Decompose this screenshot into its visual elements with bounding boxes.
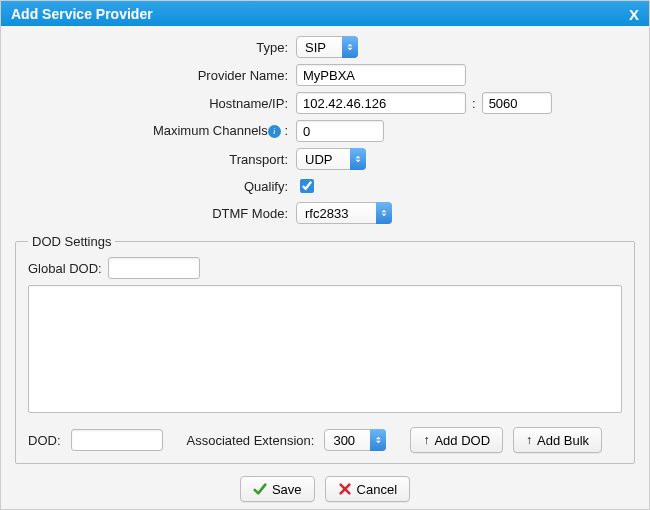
port-input[interactable] [482, 92, 552, 114]
up-arrow-icon: ↑ [423, 434, 429, 446]
max-channels-label-text: Maximum Channels [153, 123, 268, 138]
dod-label: DOD: [28, 433, 61, 448]
cancel-button[interactable]: Cancel [325, 476, 410, 502]
dialog-footer: Save Cancel [15, 464, 635, 510]
row-dod-bottom: DOD: Associated Extension: 300 ↑Add DOD … [28, 427, 622, 453]
add-dod-label: Add DOD [434, 433, 490, 448]
transport-select[interactable]: UDP [296, 148, 366, 170]
transport-select-wrap: UDP [296, 148, 366, 170]
dtmf-select[interactable]: rfc2833 [296, 202, 392, 224]
max-channels-label: Maximum Channelsi : [15, 123, 290, 138]
close-button[interactable]: X [629, 7, 639, 22]
provider-name-input[interactable] [296, 64, 466, 86]
assoc-ext-select-wrap: 300 [324, 429, 386, 451]
save-label: Save [272, 482, 302, 497]
type-label: Type: [15, 40, 290, 55]
row-dtmf: DTMF Mode: rfc2833 [15, 202, 635, 224]
row-global-dod: Global DOD: [28, 257, 622, 279]
hostname-label: Hostname/IP: [15, 96, 290, 111]
cancel-label: Cancel [357, 482, 397, 497]
dialog-title: Add Service Provider [11, 6, 153, 22]
row-max-channels: Maximum Channelsi : [15, 120, 635, 142]
qualify-label: Qualify: [15, 179, 290, 194]
add-bulk-button[interactable]: ↑Add Bulk [513, 427, 602, 453]
add-service-provider-dialog: Add Service Provider X Type: SIP Provide… [0, 0, 650, 510]
global-dod-input[interactable] [108, 257, 200, 279]
dialog-body: Type: SIP Provider Name: Hostname/IP: : [1, 26, 649, 510]
provider-name-label: Provider Name: [15, 68, 290, 83]
hostname-input[interactable] [296, 92, 466, 114]
dtmf-label: DTMF Mode: [15, 206, 290, 221]
add-dod-button[interactable]: ↑Add DOD [410, 427, 503, 453]
dtmf-select-wrap: rfc2833 [296, 202, 392, 224]
transport-label: Transport: [15, 152, 290, 167]
form-rows: Type: SIP Provider Name: Hostname/IP: : [15, 36, 635, 224]
max-channels-colon: : [284, 123, 288, 138]
dod-legend: DOD Settings [28, 234, 115, 249]
info-icon[interactable]: i [268, 125, 281, 138]
qualify-checkbox[interactable] [300, 179, 314, 193]
dod-input[interactable] [71, 429, 163, 451]
type-select-wrap: SIP [296, 36, 358, 58]
row-provider-name: Provider Name: [15, 64, 635, 86]
row-hostname: Hostname/IP: : [15, 92, 635, 114]
add-bulk-label: Add Bulk [537, 433, 589, 448]
row-type: Type: SIP [15, 36, 635, 58]
dod-list-box[interactable] [28, 285, 622, 413]
dod-settings-group: DOD Settings Global DOD: DOD: Associated… [15, 234, 635, 464]
port-separator: : [472, 96, 476, 111]
up-arrow-icon: ↑ [526, 434, 532, 446]
global-dod-label: Global DOD: [28, 261, 102, 276]
max-channels-input[interactable] [296, 120, 384, 142]
x-icon [338, 482, 352, 496]
assoc-ext-select[interactable]: 300 [324, 429, 386, 451]
row-transport: Transport: UDP [15, 148, 635, 170]
save-button[interactable]: Save [240, 476, 315, 502]
type-select[interactable]: SIP [296, 36, 358, 58]
assoc-ext-label: Associated Extension: [187, 433, 315, 448]
check-icon [253, 482, 267, 496]
title-bar: Add Service Provider X [1, 1, 649, 26]
row-qualify: Qualify: [15, 176, 635, 196]
